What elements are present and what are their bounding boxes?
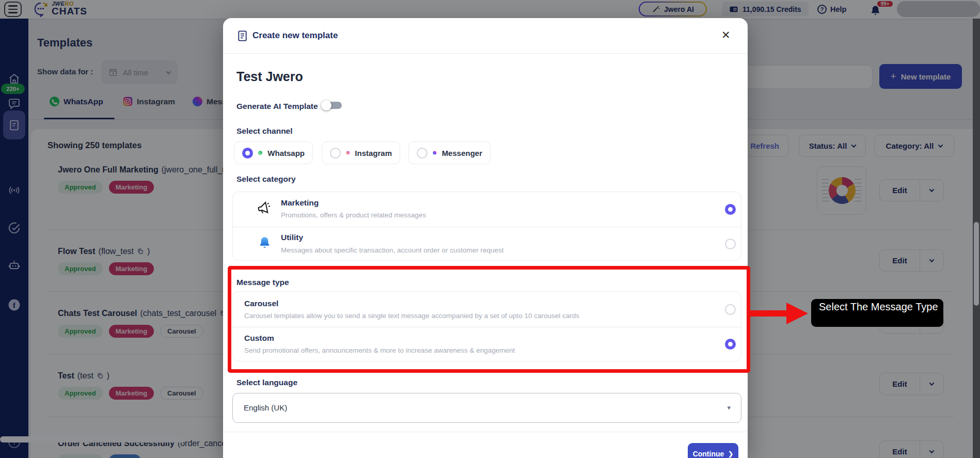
- horizontal-scrollbar-thumb[interactable]: [0, 436, 185, 443]
- radio-selected-icon[interactable]: [725, 339, 736, 350]
- annotation-arrow: [748, 310, 787, 317]
- bell-icon: [258, 234, 272, 251]
- message-type-carousel-title: Carousel: [244, 299, 278, 308]
- whatsapp-icon: [258, 148, 262, 158]
- message-type-option-custom[interactable]: Custom Send promotional offers, announce…: [233, 327, 741, 362]
- annotation-tooltip: Select The Message Type: [811, 299, 943, 327]
- app-screen: JWERO CHATS Jwero AI 11,090.15 Credits ?…: [0, 0, 980, 458]
- create-template-modal: Create new template ✕ Test Jwero Generat…: [223, 18, 748, 458]
- message-type-section-label: Message type: [236, 278, 289, 287]
- category-card: Marketing Promotions, offers & product r…: [232, 192, 741, 261]
- channel-section-label: Select channel: [236, 127, 293, 136]
- channel-instagram-label: Instagram: [355, 149, 392, 157]
- continue-button[interactable]: Continue ❯: [688, 443, 738, 458]
- modal-title: Create new template: [252, 30, 338, 41]
- message-type-option-carousel[interactable]: Carousel Carousel templates allow you to…: [233, 292, 741, 327]
- message-type-carousel-description: Carousel templates allow you to send a s…: [244, 312, 579, 320]
- radio-selected-icon[interactable]: [242, 148, 253, 159]
- channel-option-instagram[interactable]: Instagram: [322, 141, 400, 164]
- category-marketing-title: Marketing: [281, 198, 319, 208]
- modal-footer-divider: [223, 432, 748, 432]
- language-select-value: English (UK): [244, 403, 287, 412]
- vertical-scrollbar-thumb[interactable]: [974, 222, 979, 306]
- channel-messenger-label: Messenger: [442, 149, 482, 157]
- channel-option-messenger[interactable]: Messenger: [408, 141, 491, 164]
- generate-ai-toggle[interactable]: [321, 99, 344, 112]
- document-icon: [236, 29, 248, 43]
- radio-selected-icon[interactable]: [725, 204, 736, 215]
- language-section-label: Select language: [236, 378, 297, 387]
- chevron-right-icon: ❯: [728, 450, 733, 457]
- channel-option-whatsapp[interactable]: Whatsapp: [234, 141, 313, 164]
- category-marketing-description: Promotions, offers & product related mes…: [281, 211, 426, 219]
- template-name-value: Test Jwero: [236, 69, 303, 84]
- annotation-arrow-head: [786, 303, 808, 324]
- modal-header-divider: [223, 53, 748, 54]
- megaphone-icon: [256, 200, 273, 217]
- messenger-icon: [433, 148, 437, 158]
- message-type-card: Carousel Carousel templates allow you to…: [232, 291, 741, 361]
- instagram-icon: [346, 148, 350, 158]
- message-type-custom-title: Custom: [244, 334, 274, 343]
- category-option-utility[interactable]: Utility Messages about specific transact…: [233, 227, 741, 261]
- category-section-label: Select category: [236, 175, 296, 184]
- radio-unselected-icon[interactable]: [417, 148, 428, 159]
- radio-unselected-icon[interactable]: [330, 148, 341, 159]
- message-type-custom-description: Send promotional offers, announcements &…: [244, 346, 515, 354]
- close-icon[interactable]: ✕: [721, 29, 731, 41]
- channel-whatsapp-label: Whatsapp: [267, 149, 305, 157]
- category-option-marketing[interactable]: Marketing Promotions, offers & product r…: [233, 192, 741, 227]
- vertical-scrollbar[interactable]: [973, 19, 980, 458]
- continue-label: Continue: [693, 450, 724, 458]
- dropdown-arrow-icon: ▾: [727, 404, 731, 412]
- radio-unselected-icon[interactable]: [725, 239, 736, 249]
- ai-toggle-label: Generate AI Template: [236, 102, 318, 111]
- category-utility-title: Utility: [281, 233, 303, 242]
- category-utility-description: Messages about specific transaction, acc…: [281, 246, 503, 254]
- radio-unselected-icon[interactable]: [725, 304, 736, 315]
- language-select[interactable]: English (UK) ▾: [232, 393, 741, 423]
